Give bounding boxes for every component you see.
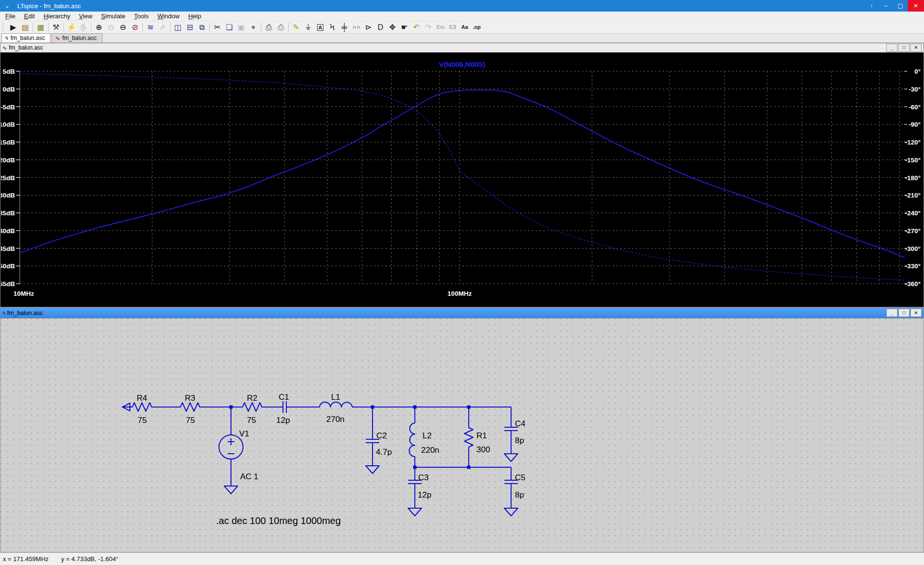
tile-vertically-button[interactable]: ◫ xyxy=(172,22,184,33)
y-right-tick-label: -210° xyxy=(905,192,921,199)
menu-tools[interactable]: Tools xyxy=(130,12,153,20)
title-bar[interactable]: ⌄ LTspice - fm_balun.asc ↑ – ▢ ✕ xyxy=(0,0,924,12)
y-right-tick-label: 0° xyxy=(914,68,921,75)
y-right-tick-label: -330° xyxy=(905,263,921,270)
minimize-button[interactable]: _ xyxy=(886,309,898,317)
maximize-button[interactable]: □ xyxy=(898,44,910,52)
print-button[interactable]: ⎙ xyxy=(263,22,275,33)
copy-icon: ❏ xyxy=(226,24,232,31)
cut-icon: ✂ xyxy=(214,24,220,31)
open-file-button[interactable]: ▤ xyxy=(19,22,31,33)
toolbar: ▶▤▦⚒⚡✋⊕⊙⊖⊘≋⇗◫⊟⧉✂❏▣⌖⎙⎙✎⏚AϞ╪∩∩⊳D✥☛↶↷EmE∃Aa… xyxy=(0,21,924,34)
y-left-tick-label: -20dB xyxy=(1,157,15,164)
minimize-button[interactable]: – xyxy=(879,0,893,12)
component-V1-value: AC 1 xyxy=(240,472,258,481)
place-ground-button[interactable]: ⏚ xyxy=(302,22,314,33)
component-L1-value: 270n xyxy=(326,415,345,424)
y-left-tick-label: -35dB xyxy=(1,210,15,217)
titlebar-buttons: ↑ – ▢ ✕ xyxy=(864,0,924,12)
cascade-windows-button[interactable]: ⧉ xyxy=(196,22,208,33)
print-preview-icon: ⎙ xyxy=(278,24,284,31)
draw-wire-button[interactable]: ✎ xyxy=(290,22,302,33)
place-ground-icon: ⏚ xyxy=(306,24,311,31)
status-bar: x = 171.459MHz y = 4.733dB, -1.604° xyxy=(0,552,924,565)
y-right-tick-label: -60° xyxy=(909,104,921,111)
window-menu-chevron-icon[interactable]: ⌄ xyxy=(5,2,10,9)
open-file-icon: ▤ xyxy=(22,24,29,31)
cut-button[interactable]: ✂ xyxy=(211,22,223,33)
waveform-plot[interactable]: 5dB0dB-5dB-10dB-15dB-20dB-25dB-30dB-35dB… xyxy=(1,53,922,307)
tab-label: fm_balun.asc xyxy=(11,35,45,41)
maximize-button[interactable]: ▢ xyxy=(893,0,908,12)
close-button[interactable]: ✕ xyxy=(908,0,924,12)
pin-toolbar-button[interactable]: ↑ xyxy=(864,0,879,12)
status-y-readout: y = 4.733dB, -1.604° xyxy=(61,555,118,563)
halt-simulation-button[interactable]: ✋ xyxy=(77,22,90,33)
menu-hierarchy[interactable]: Hierarchy xyxy=(39,12,75,20)
zoom-in-button[interactable]: ⊕ xyxy=(93,22,105,33)
autorange-y-axis-button[interactable]: ≋ xyxy=(144,22,156,33)
print-preview-button[interactable]: ⎙ xyxy=(275,22,287,33)
y-left-tick-label: -40dB xyxy=(1,227,15,235)
schematic-canvas[interactable]: R475R375R275C112pL1270nC24.7pL2220nR1300… xyxy=(1,318,922,552)
spice-directive-button[interactable]: .op xyxy=(471,22,483,33)
control-panel-button[interactable]: ⚒ xyxy=(50,22,62,33)
waveform-window-title: fm_balun.asc xyxy=(9,44,43,51)
tile-horizontally-button[interactable]: ⊟ xyxy=(184,22,196,33)
move-button[interactable]: ✥ xyxy=(386,22,398,33)
component-C1-ref: C1 xyxy=(279,393,289,402)
menu-simulate[interactable]: Simulate xyxy=(97,12,130,20)
cascade-windows-icon: ⧉ xyxy=(199,24,205,31)
tab-schematic-fm_balun.asc[interactable]: ϟfm_balun.asc xyxy=(1,33,51,42)
zoom-back-icon: ⊙ xyxy=(108,24,114,31)
pan-plot-button[interactable]: ⇗ xyxy=(156,22,168,33)
control-panel-icon: ⚒ xyxy=(52,24,59,31)
zoom-full-extents-button[interactable]: ⊘ xyxy=(129,22,141,33)
schematic-window-titlebar[interactable]: ϟ fm_balun.asc _ □ × xyxy=(0,308,924,318)
component-R3-value: 75 xyxy=(186,416,195,425)
drag-button[interactable]: ☛ xyxy=(398,22,411,33)
component-C5-ref: C5 xyxy=(515,473,526,482)
menu-edit[interactable]: Edit xyxy=(20,12,39,20)
zoom-out-button[interactable]: ⊖ xyxy=(117,22,129,33)
place-capacitor-button[interactable]: ╪ xyxy=(338,22,350,33)
draw-wire-icon: ✎ xyxy=(293,24,299,31)
new-schematic-button[interactable]: ▶ xyxy=(7,22,19,33)
menu-window[interactable]: Window xyxy=(153,12,184,20)
redo-button[interactable]: ↷ xyxy=(423,22,435,33)
place-inductor-button[interactable]: ∩∩ xyxy=(350,22,362,33)
rotate-button[interactable]: Em xyxy=(435,22,447,33)
close-button[interactable]: × xyxy=(911,309,922,317)
component-R2-value: 75 xyxy=(247,416,256,425)
place-diode-icon: ⊳ xyxy=(365,24,372,31)
close-button[interactable]: × xyxy=(911,44,922,52)
mirror-button[interactable]: E∃ xyxy=(447,22,459,33)
place-component-button[interactable]: D xyxy=(374,22,386,33)
tab-bar: ϟfm_balun.asc∿fm_balun.asc xyxy=(0,34,924,43)
undo-button[interactable]: ↶ xyxy=(411,22,423,33)
maximize-button[interactable]: □ xyxy=(898,309,910,317)
run-simulation-button[interactable]: ⚡ xyxy=(65,22,77,33)
component-C1-value: 12p xyxy=(276,416,290,425)
menu-file[interactable]: File xyxy=(1,12,20,20)
y-left-tick-label: -55dB xyxy=(1,280,15,288)
menu-view[interactable]: View xyxy=(75,12,97,20)
text-button[interactable]: Aa xyxy=(459,22,471,33)
y-right-tick-label: -270° xyxy=(905,227,921,235)
zoom-back-button[interactable]: ⊙ xyxy=(105,22,117,33)
menu-help[interactable]: Help xyxy=(184,12,205,20)
find-button[interactable]: ⌖ xyxy=(247,22,259,33)
waveform-window-titlebar[interactable]: ∿ fm_balun.asc _ □ × xyxy=(0,43,924,53)
label-net-button[interactable]: A xyxy=(314,22,326,33)
minimize-button[interactable]: _ xyxy=(886,44,898,52)
paste-button[interactable]: ▣ xyxy=(235,22,247,33)
tab-waveform-fm_balun.asc[interactable]: ∿fm_balun.asc xyxy=(51,33,103,42)
find-icon: ⌖ xyxy=(251,24,256,31)
zoom-in-icon: ⊕ xyxy=(96,24,102,31)
spice-directive-text: .ac dec 100 10meg 1000meg xyxy=(216,515,341,526)
place-diode-button[interactable]: ⊳ xyxy=(362,22,374,33)
place-resistor-button[interactable]: Ϟ xyxy=(326,22,338,33)
zoom-out-icon: ⊖ xyxy=(120,24,126,31)
save-button[interactable]: ▦ xyxy=(35,22,47,33)
copy-button[interactable]: ❏ xyxy=(223,22,235,33)
